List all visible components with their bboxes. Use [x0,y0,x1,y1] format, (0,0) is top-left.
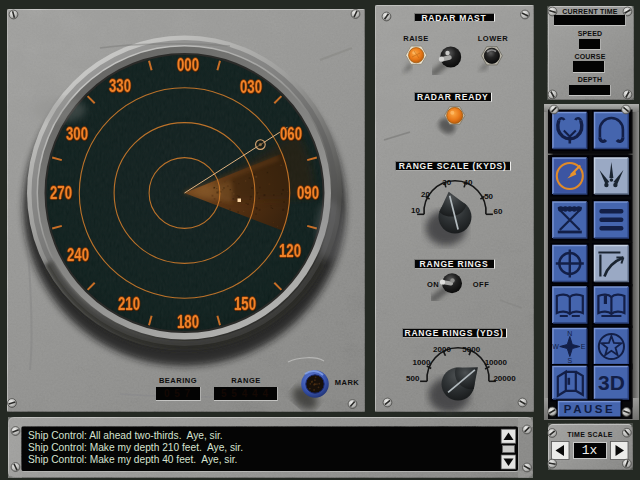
svg-text:S: S [567,357,572,364]
svg-text:W: W [552,343,559,350]
svg-text:N: N [567,330,572,337]
svg-text:E: E [581,343,586,350]
svg-text:3D: 3D [598,371,625,394]
